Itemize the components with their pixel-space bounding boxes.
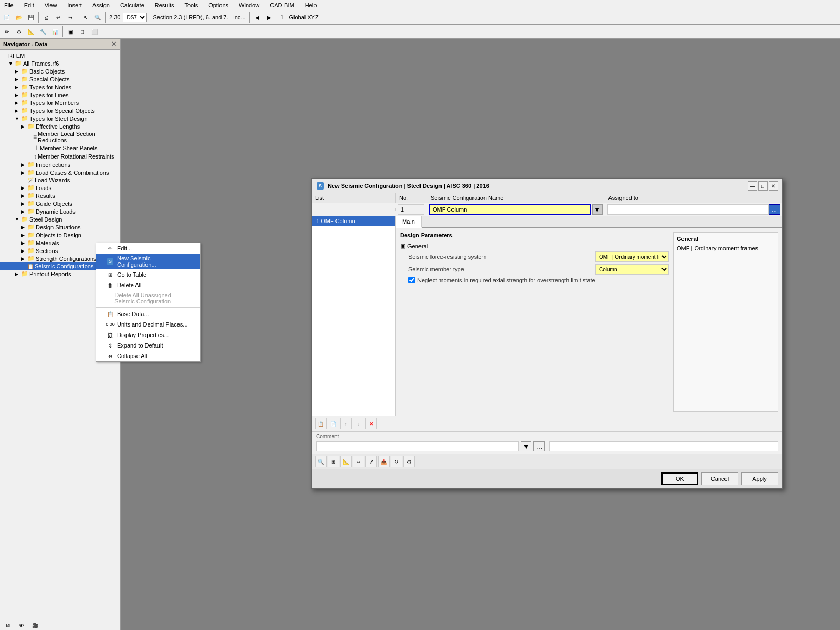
nav-item-types-steel[interactable]: ▼ 📁 Types for Steel Design <box>0 114 120 122</box>
comment-right-input[interactable] <box>549 441 778 452</box>
menu-tools[interactable]: Tools <box>182 2 200 9</box>
list-tb-add[interactable]: 📋 <box>315 418 327 429</box>
param-seismic-force-select[interactable]: OMF | Ordinary moment frames <box>595 251 669 262</box>
dtb-6[interactable]: 📤 <box>378 456 390 467</box>
dialog-minimize-btn[interactable]: — <box>748 181 757 191</box>
menu-options[interactable]: Options <box>206 2 230 9</box>
ctx-edit[interactable]: ✏ Edit... <box>96 243 200 254</box>
param-seismic-member-select[interactable]: Column <box>595 264 669 275</box>
nav-item-types-members[interactable]: ▶ 📁 Types for Members <box>0 99 120 107</box>
menu-edit[interactable]: Edit <box>22 2 36 9</box>
name-dropdown-btn[interactable]: ▼ <box>592 204 603 215</box>
nav-item-objects-to-design[interactable]: ▶ 📁 Objects to Design <box>0 231 120 239</box>
ctx-collapse[interactable]: ⇔ Collapse All <box>96 351 200 361</box>
ctx-base-data[interactable]: 📋 Base Data... <box>96 309 200 319</box>
nav-item-loads[interactable]: ▶ 📁 Loads <box>0 184 120 192</box>
ctx-goto-table[interactable]: ⊞ Go to Table <box>96 269 200 280</box>
menu-view[interactable]: View <box>43 2 59 9</box>
cancel-button[interactable]: Cancel <box>701 472 738 485</box>
nav-item-member-local[interactable]: ≡ Member Local Section Reductions <box>0 130 120 144</box>
tb-undo[interactable]: ↩ <box>52 12 64 23</box>
nav-item-member-rotational[interactable]: ↕ Member Rotational Restraints <box>0 152 120 161</box>
tb-next[interactable]: ▶ <box>264 12 275 23</box>
ctx-new-seismic[interactable]: S New Seismic Configuration... <box>96 254 200 269</box>
tb2-4[interactable]: 🔧 <box>37 26 49 37</box>
menu-assign[interactable]: Assign <box>90 2 112 9</box>
nav-btn-1[interactable]: 🖥 <box>2 620 14 630</box>
navigator-close-btn[interactable]: ✕ <box>111 40 117 48</box>
list-tb-delete[interactable]: ✕ <box>365 418 377 429</box>
tb-redo[interactable]: ↪ <box>65 12 76 23</box>
tb-select[interactable]: ↖ <box>80 12 91 23</box>
tb-open[interactable]: 📂 <box>13 12 25 23</box>
nav-item-design-situations[interactable]: ▶ 📁 Design Situations <box>0 223 120 231</box>
menu-help[interactable]: Help <box>303 2 319 9</box>
nav-item-results[interactable]: ▶ 📁 Results <box>0 192 120 200</box>
nav-item-types-nodes[interactable]: ▶ 📁 Types for Nodes <box>0 83 120 91</box>
nav-item-imperfections[interactable]: ▶ 📁 Imperfections <box>0 161 120 169</box>
list-item-omf-column[interactable]: 1 OMF Column <box>312 216 395 226</box>
nav-item-types-special[interactable]: ▶ 📁 Types for Special Objects <box>0 107 120 114</box>
list-tb-down[interactable]: ↓ <box>353 418 364 429</box>
dialog-close-btn[interactable]: ✕ <box>769 181 778 191</box>
tb2-8[interactable]: ⬜ <box>89 26 100 37</box>
menu-insert[interactable]: Insert <box>65 2 84 9</box>
menu-calculate[interactable]: Calculate <box>118 2 146 9</box>
tb2-6[interactable]: ▣ <box>65 26 76 37</box>
menu-window[interactable]: Window <box>237 2 261 9</box>
tb-new[interactable]: 📄 <box>1 12 13 23</box>
tb-prev[interactable]: ◀ <box>251 12 263 23</box>
dtb-8[interactable]: ⚙ <box>403 456 415 467</box>
tb2-3[interactable]: 📐 <box>25 26 37 37</box>
dialog-maximize-btn[interactable]: □ <box>758 181 768 191</box>
ok-button[interactable]: OK <box>662 472 698 485</box>
dtb-search[interactable]: 🔍 <box>315 456 327 467</box>
param-neglect-moments-checkbox[interactable] <box>408 277 415 284</box>
nav-item-steel-design[interactable]: ▼ 📁 Steel Design <box>0 215 120 223</box>
nav-item-special-objects[interactable]: ▶ 📁 Special Objects <box>0 75 120 83</box>
dtb-3[interactable]: 📐 <box>340 456 352 467</box>
tab-main[interactable]: Main <box>396 216 422 228</box>
nav-file[interactable]: ▼ 📁 All Frames.rf6 <box>0 59 120 67</box>
menu-cad-bim[interactable]: CAD-BIM <box>268 2 296 9</box>
nav-btn-2[interactable]: 👁 <box>16 620 27 630</box>
list-tb-up[interactable]: ↑ <box>340 418 352 429</box>
nav-item-load-wizards[interactable]: 🪄 Load Wizards <box>0 176 120 184</box>
comment-browse-btn[interactable]: … <box>533 441 545 452</box>
comment-dropdown-btn[interactable]: ▼ <box>521 441 531 452</box>
ctx-units[interactable]: 0.00 Units and Decimal Places... <box>96 319 200 330</box>
assigned-field[interactable] <box>607 204 769 215</box>
comment-input[interactable] <box>316 441 519 452</box>
tb-print[interactable]: 🖨 <box>40 12 52 23</box>
tb2-1[interactable]: ✏ <box>1 26 13 37</box>
name-field[interactable] <box>429 204 591 215</box>
nav-item-dynamic-loads[interactable]: ▶ 📁 Dynamic Loads <box>0 207 120 215</box>
tb2-5[interactable]: 📊 <box>49 26 61 37</box>
dtb-5[interactable]: ⤢ <box>365 456 377 467</box>
ctx-display-props[interactable]: 🖼 Display Properties... <box>96 330 200 340</box>
tb-save[interactable]: 💾 <box>25 12 37 23</box>
ds-select[interactable]: DS7 <box>123 13 147 22</box>
no-field[interactable] <box>398 204 424 215</box>
general-group-header[interactable]: ▣ General <box>400 242 669 250</box>
tb2-7[interactable]: □ <box>77 26 88 37</box>
dtb-4[interactable]: ↔ <box>353 456 364 467</box>
tb-zoom[interactable]: 🔍 <box>92 12 103 23</box>
ctx-delete-all[interactable]: 🗑 Delete All <box>96 280 200 290</box>
nav-item-guide-objects[interactable]: ▶ 📁 Guide Objects <box>0 200 120 207</box>
nav-btn-3[interactable]: 🎥 <box>29 620 41 630</box>
dtb-filter[interactable]: ⊞ <box>328 456 339 467</box>
menu-file[interactable]: File <box>2 2 16 9</box>
nav-item-effective-lengths[interactable]: ▶ 📁 Effective Lengths <box>0 122 120 130</box>
list-tb-copy[interactable]: 📄 <box>328 418 339 429</box>
menu-results[interactable]: Results <box>153 2 176 9</box>
apply-button[interactable]: Apply <box>741 472 778 485</box>
nav-item-basic-objects[interactable]: ▶ 📁 Basic Objects <box>0 67 120 75</box>
ctx-expand[interactable]: ⇕ Expand to Default <box>96 340 200 351</box>
tb2-2[interactable]: ⚙ <box>13 26 25 37</box>
nav-item-load-cases[interactable]: ▶ 📁 Load Cases & Combinations <box>0 169 120 176</box>
assigned-browse-btn[interactable]: … <box>769 204 780 215</box>
nav-item-member-shear[interactable]: ⊥ Member Shear Panels <box>0 144 120 152</box>
nav-item-types-lines[interactable]: ▶ 📁 Types for Lines <box>0 91 120 99</box>
dtb-7[interactable]: ↻ <box>391 456 402 467</box>
